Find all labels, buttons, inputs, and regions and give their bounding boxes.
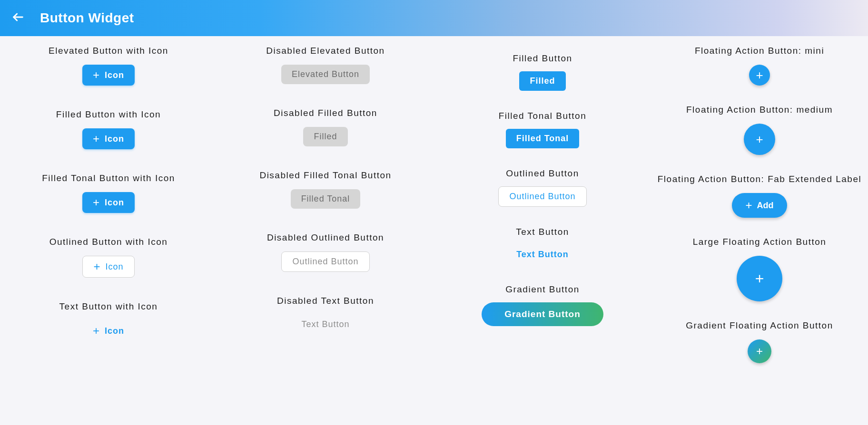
- button-label: Text Button: [516, 250, 569, 260]
- section-filled: Filled Button Filled: [513, 53, 572, 91]
- section-disabled-filled: Disabled Filled Button Filled: [274, 108, 377, 146]
- outlined-button[interactable]: Outlined Button: [498, 186, 586, 207]
- label: Filled Button: [513, 53, 572, 64]
- section-filled-icon: Filled Button with Icon + Icon: [56, 109, 161, 149]
- label: Floating Action Button: medium: [686, 105, 833, 115]
- page-title: Button Widget: [40, 10, 134, 26]
- label: Disabled Filled Tonal Button: [259, 170, 391, 181]
- fab-mini[interactable]: +: [749, 65, 770, 86]
- fab-medium[interactable]: +: [744, 124, 775, 155]
- label: Outlined Button: [506, 168, 579, 179]
- label: Floating Action Button: Fab Extended Lab…: [658, 174, 861, 184]
- button-label: Add: [757, 201, 774, 211]
- plus-icon: +: [756, 69, 763, 81]
- disabled-filled-button: Filled: [303, 127, 347, 146]
- section-fab-extended: Floating Action Button: Fab Extended Lab…: [658, 174, 861, 218]
- plus-icon: +: [756, 133, 763, 145]
- label: Disabled Filled Button: [274, 108, 377, 118]
- label: Gradient Button: [505, 284, 580, 295]
- button-label: Gradient Button: [504, 309, 581, 319]
- section-fab-mini: Floating Action Button: mini +: [695, 46, 824, 86]
- plus-icon: +: [745, 200, 752, 211]
- section-outlined: Outlined Button Outlined Button: [498, 168, 586, 207]
- section-fab-large: Large Floating Action Button +: [693, 237, 827, 301]
- text-button[interactable]: Text Button: [506, 245, 579, 264]
- appbar: Button Widget: [0, 0, 868, 36]
- button-label: Icon: [105, 198, 124, 208]
- section-tonal-icon: Filled Tonal Button with Icon + Icon: [42, 173, 175, 213]
- label: Elevated Button with Icon: [49, 46, 168, 56]
- column-disabled-buttons: Disabled Elevated Button Elevated Button…: [217, 40, 434, 425]
- button-label: Filled: [314, 132, 337, 142]
- button-label: Icon: [105, 134, 124, 144]
- section-gradient: Gradient Button Gradient Button: [482, 284, 603, 326]
- label: Floating Action Button: mini: [695, 46, 824, 56]
- fab-gradient[interactable]: +: [748, 339, 771, 363]
- column-basic-buttons: Filled Button Filled Filled Tonal Button…: [434, 40, 651, 425]
- button-label: Icon: [105, 326, 124, 336]
- section-disabled-tonal: Disabled Filled Tonal Button Filled Tona…: [259, 170, 391, 209]
- label: Disabled Outlined Button: [267, 232, 384, 243]
- plus-icon: +: [755, 271, 764, 286]
- button-label: Elevated Button: [292, 69, 359, 79]
- section-text: Text Button Text Button: [506, 227, 579, 264]
- button-label: Icon: [105, 70, 124, 80]
- label: Disabled Elevated Button: [266, 46, 385, 56]
- button-label: Text Button: [301, 319, 349, 329]
- content: Elevated Button with Icon + Icon Filled …: [0, 36, 868, 425]
- section-text-icon: Text Button with Icon + Icon: [59, 301, 158, 341]
- gradient-button[interactable]: Gradient Button: [482, 302, 603, 326]
- filled-icon-button[interactable]: + Icon: [82, 128, 135, 149]
- section-disabled-text: Disabled Text Button Text Button: [277, 296, 374, 334]
- plus-icon: +: [93, 261, 100, 272]
- back-arrow-icon[interactable]: [11, 10, 25, 26]
- section-disabled-elevated: Disabled Elevated Button Elevated Button: [266, 46, 385, 84]
- section-tonal: Filled Tonal Button Filled Tonal: [499, 111, 586, 148]
- elevated-icon-button[interactable]: + Icon: [82, 65, 135, 86]
- label: Filled Tonal Button: [499, 111, 586, 121]
- label: Large Floating Action Button: [693, 237, 827, 247]
- label: Filled Tonal Button with Icon: [42, 173, 175, 184]
- label: Outlined Button with Icon: [49, 237, 168, 247]
- section-fab-medium: Floating Action Button: medium +: [686, 105, 833, 155]
- button-label: Icon: [105, 262, 123, 272]
- button-label: Filled: [530, 76, 555, 86]
- button-label: Outlined Button: [509, 192, 575, 202]
- disabled-text-button: Text Button: [291, 315, 360, 334]
- plus-icon: +: [93, 69, 100, 81]
- plus-icon: +: [93, 197, 100, 208]
- disabled-outlined-button: Outlined Button: [281, 251, 369, 272]
- label: Text Button: [516, 227, 569, 237]
- disabled-elevated-button: Elevated Button: [281, 65, 370, 84]
- text-icon-button[interactable]: + Icon: [82, 320, 135, 341]
- plus-icon: +: [93, 325, 100, 337]
- plus-icon: +: [756, 346, 763, 357]
- section-disabled-outlined: Disabled Outlined Button Outlined Button: [267, 232, 384, 272]
- label: Disabled Text Button: [277, 296, 374, 306]
- section-outlined-icon: Outlined Button with Icon + Icon: [49, 237, 168, 278]
- tonal-button[interactable]: Filled Tonal: [506, 129, 580, 148]
- filled-button[interactable]: Filled: [519, 71, 565, 91]
- section-fab-gradient: Gradient Floating Action Button +: [686, 320, 833, 363]
- column-icon-buttons: Elevated Button with Icon + Icon Filled …: [0, 40, 217, 425]
- outlined-icon-button[interactable]: + Icon: [82, 256, 134, 278]
- button-label: Outlined Button: [292, 257, 358, 267]
- section-elevated-icon: Elevated Button with Icon + Icon: [49, 46, 168, 86]
- plus-icon: +: [93, 133, 100, 145]
- fab-large[interactable]: +: [737, 256, 782, 301]
- button-label: Filled Tonal: [516, 134, 569, 144]
- tonal-icon-button[interactable]: + Icon: [82, 192, 135, 213]
- label: Text Button with Icon: [59, 301, 158, 312]
- disabled-tonal-button: Filled Tonal: [291, 189, 361, 209]
- column-fabs: Floating Action Button: mini + Floating …: [651, 40, 868, 425]
- fab-extended[interactable]: + Add: [732, 193, 787, 218]
- label: Gradient Floating Action Button: [686, 320, 833, 331]
- button-label: Filled Tonal: [301, 194, 350, 204]
- label: Filled Button with Icon: [56, 109, 161, 120]
